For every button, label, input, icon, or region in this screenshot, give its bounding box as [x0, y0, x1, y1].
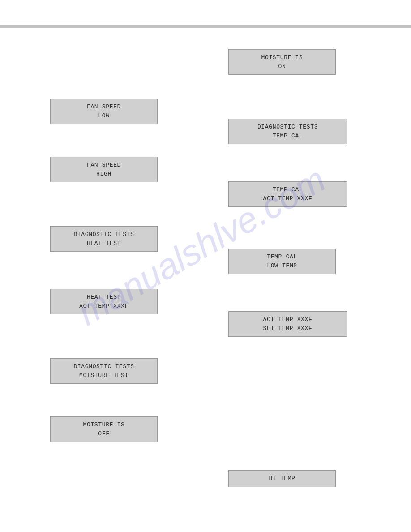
temp-cal-act-temp-line1: TEMP CAL — [273, 185, 303, 194]
diagnostic-tests-temp-cal: DIAGNOSTIC TESTSTEMP CAL — [228, 119, 347, 144]
diagnostic-tests-temp-cal-line1: DIAGNOSTIC TESTS — [257, 123, 318, 132]
top-bar — [0, 25, 411, 28]
moisture-is-on-line1: MOISTURE IS — [261, 53, 303, 62]
diagnostic-tests-moisture-line1: DIAGNOSTIC TESTS — [73, 362, 134, 371]
temp-cal-low-temp: TEMP CALLOW TEMP — [228, 249, 336, 274]
diagnostic-tests-temp-cal-line2: TEMP CAL — [273, 132, 303, 141]
heat-test-act-temp-line2: ACT TEMP XXXF — [79, 302, 128, 311]
fan-speed-high-line2: HIGH — [96, 170, 111, 179]
moisture-is-off-line2: OFF — [98, 429, 109, 438]
diagnostic-tests-moisture-line2: MOISTURE TEST — [79, 371, 128, 380]
diagnostic-tests-heat-test: DIAGNOSTIC TESTSHEAT TEST — [50, 226, 158, 252]
temp-cal-low-temp-line1: TEMP CAL — [267, 253, 297, 262]
act-temp-set-temp-line2: SET TEMP XXXF — [263, 324, 313, 333]
fan-speed-high-line1: FAN SPEED — [87, 161, 121, 170]
diagnostic-tests-moisture: DIAGNOSTIC TESTSMOISTURE TEST — [50, 358, 158, 384]
hi-temp-line1: HI TEMP — [269, 474, 295, 483]
hi-temp: HI TEMP — [228, 470, 336, 487]
diagnostic-tests-heat-test-line2: HEAT TEST — [87, 239, 121, 248]
fan-speed-low-line2: LOW — [98, 112, 109, 120]
fan-speed-low-line1: FAN SPEED — [87, 103, 121, 112]
moisture-is-on-line2: ON — [278, 62, 286, 71]
heat-test-act-temp-line1: HEAT TEST — [87, 293, 121, 302]
temp-cal-act-temp: TEMP CALACT TEMP XXXF — [228, 181, 347, 207]
temp-cal-act-temp-line2: ACT TEMP XXXF — [263, 194, 313, 203]
act-temp-set-temp: ACT TEMP XXXFSET TEMP XXXF — [228, 311, 347, 337]
temp-cal-low-temp-line2: LOW TEMP — [267, 262, 297, 270]
act-temp-set-temp-line1: ACT TEMP XXXF — [263, 315, 313, 324]
fan-speed-high: FAN SPEEDHIGH — [50, 157, 158, 182]
diagnostic-tests-heat-test-line1: DIAGNOSTIC TESTS — [73, 230, 134, 239]
heat-test-act-temp: HEAT TESTACT TEMP XXXF — [50, 289, 158, 314]
moisture-is-off-line1: MOISTURE IS — [83, 420, 125, 429]
moisture-is-off: MOISTURE ISOFF — [50, 416, 158, 442]
moisture-is-on: MOISTURE ISON — [228, 49, 336, 75]
fan-speed-low: FAN SPEEDLOW — [50, 99, 158, 124]
